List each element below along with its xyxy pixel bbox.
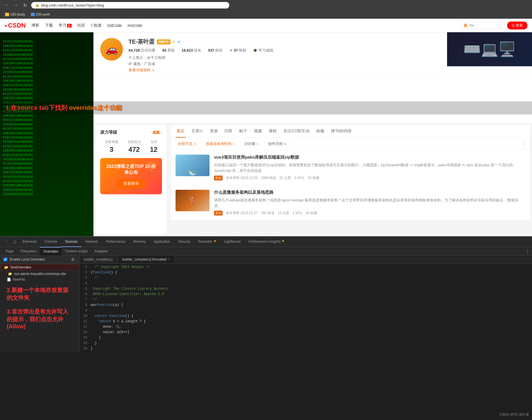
enable-overrides-checkbox[interactable]	[3, 257, 7, 261]
devtools-subtab-more[interactable]: ⋮	[525, 248, 530, 254]
devtools-tab-performance-insights[interactable]: Performance insights ⚑	[245, 237, 289, 247]
search-button[interactable]: Q 搜索	[507, 22, 527, 29]
code-line: 12 done: !1,	[79, 324, 532, 330]
editor-tab-formatted[interactable]: bubble_compiled.js:formatted ×	[118, 255, 175, 263]
article-tabs: 最近 文章83 资源 问答 帖子 视频 课程 关注/订阅/互动 收藏 搜TA的内…	[171, 125, 530, 138]
filter-by-date[interactable]: 按最后发布时间↑↓	[204, 140, 238, 148]
devtools-tab-sources[interactable]: Sources	[61, 237, 82, 247]
devtools-subtab-overrides[interactable]: Overrides	[40, 247, 61, 255]
csdn-logo[interactable]: ● CSDN	[5, 22, 26, 29]
code-line: 9	[79, 308, 532, 314]
profile-decoration: ⌨️💻🖥️	[447, 32, 532, 66]
filter-pagination: 1	[523, 142, 525, 146]
filter-by-visits[interactable]: 访问量↑↓	[242, 140, 261, 148]
forward-button[interactable]: →	[12, 1, 20, 9]
step3-area: 3.首次弹出是有允许写入的提示，我们点击允许(Allow)	[0, 306, 79, 332]
article-collects: 18 收藏	[305, 211, 317, 216]
new-file-label: NewFile	[13, 278, 25, 282]
nav-link-learn[interactable]: 学习新	[59, 23, 72, 28]
tab-search-ta[interactable]: 搜TA的内容	[330, 125, 353, 138]
month-score: 当月 12	[150, 140, 157, 153]
browser-chrome: ← → ↻ 🔒 blog.csdn.net/Bruce_taotao?type=…	[0, 0, 532, 19]
tab-articles[interactable]: 文章83	[190, 125, 204, 138]
stat-achievement: 🎓 学习成就	[253, 48, 273, 53]
article-views: 785 阅读	[261, 211, 274, 216]
editor-tab-close-icon[interactable]: ×	[168, 258, 170, 261]
devtools-subtab-filesystem[interactable]: Filesystem	[17, 247, 40, 255]
blog-year-button[interactable]: 查看榜单	[116, 179, 146, 189]
article-date: 发布博客 2023.12.27	[226, 211, 257, 216]
devtools-inspect-button[interactable]: ⋮	[2, 238, 11, 245]
address-bar[interactable]: 🔒 blog.csdn.net/Bruce_taotao?type=blog	[31, 2, 229, 8]
devtools-tab-security[interactable]: Security	[174, 237, 194, 247]
devtools-subtab-content-scripts[interactable]: Content scripts	[61, 247, 91, 255]
article-meta: 原创 发布博客 2023.12.27 785 阅读 15 点赞 1 评论 18 …	[214, 211, 525, 216]
nav-link-gitcode[interactable]: GitCode	[107, 23, 122, 28]
tab-recent[interactable]: 最近	[176, 125, 186, 138]
devtools-tab-console[interactable]: Console	[41, 237, 61, 247]
filter-row: 全部可见 ∨ 按最后发布时间↑↓ 访问量↑↓ 创作历程 ∨ 1	[171, 138, 530, 150]
achievement-link[interactable]: 成就 ›	[152, 130, 162, 135]
nav-link-community[interactable]: 社区	[77, 23, 85, 28]
article-collects: 18 收藏	[307, 176, 319, 180]
article-tag: 原创	[214, 211, 223, 216]
total-score: 当前总分 472	[127, 140, 141, 153]
article-thumbnail: 🦌	[176, 190, 210, 211]
tab-videos[interactable]: 视频	[253, 125, 263, 138]
devtools-tab-elements[interactable]: Elements	[19, 237, 41, 247]
overrides-settings-icon[interactable]: ⚙	[71, 257, 76, 262]
article-comments: 0 评论	[294, 176, 304, 180]
level-icon: 4	[173, 40, 175, 44]
article-item[interactable]: 🦌 什么是微服务架构以及落地思路 调用几个webapi就是微服务架构？或则是ng…	[171, 185, 530, 220]
tab-subscriptions[interactable]: 关注/订阅/互动	[282, 125, 311, 138]
refresh-button[interactable]: ↻	[21, 1, 29, 9]
test-overrides-folder[interactable]: 📂 TestOverrides	[1, 264, 78, 270]
nav-link-zhihu[interactable]: C知道	[91, 23, 102, 28]
search-input-display[interactable]: 🔥 file	[460, 22, 505, 29]
bookmark-study-label: 100-study	[10, 12, 25, 16]
devtools-tab-performance[interactable]: Performance	[102, 237, 129, 247]
subfolder-item[interactable]: 📁 vue-admin-beautiful.com/shop-vite	[0, 271, 79, 277]
devtools-device-button[interactable]: ◻	[11, 238, 19, 245]
left-panel: 原力等级 成就 › 当前等级 3 当前总分 472 当月 12 🏆	[96, 125, 166, 234]
article-body: 什么是微服务架构以及落地思路 调用几个webapi就是微服务架构？或则是ngni…	[214, 190, 525, 216]
code-line: 15 }	[79, 341, 532, 346]
nav-link-blog[interactable]: 博客	[31, 23, 39, 28]
step1-overlay: 1.在source tab下找到 overrides这个功能	[0, 101, 532, 114]
devtools-editor: bubble_compiled.js bubble_compiled.js:fo…	[79, 255, 532, 352]
devtools-tab-application[interactable]: Application	[149, 237, 174, 247]
article-desc: 外部接口返回一个图片数据是经过zip压缩的。前端需要把这个数据处理成可以显示的图…	[214, 162, 525, 173]
step2-area: 2.新建一个本地存放资源的文件夹	[0, 282, 79, 306]
devtools-subtab-page[interactable]: Page	[2, 247, 17, 255]
back-button[interactable]: ←	[3, 1, 11, 9]
subfolder-name: vue-admin-beautiful.com/shop-vite	[14, 272, 66, 276]
bookmark-study[interactable]: 100-study	[3, 12, 27, 17]
tab-courses[interactable]: 课程	[268, 125, 278, 138]
tab-qa[interactable]: 问答	[223, 125, 234, 138]
nav-link-download[interactable]: 下载	[45, 23, 53, 28]
tab-posts[interactable]: 帖子	[238, 125, 248, 138]
content-area: 原力等级 成就 › 当前等级 3 当前总分 472 当月 12 🏆	[93, 123, 532, 236]
profile-detail-link[interactable]: 查看详细资料 ∨	[129, 68, 525, 73]
devtools-subtab-snippets[interactable]: Snippets	[91, 247, 111, 255]
nav-link-inscode[interactable]: InsCode	[127, 23, 142, 28]
tab-resources[interactable]: 资源	[209, 125, 219, 138]
filter-history[interactable]: 创作历程 ∨	[266, 140, 289, 148]
step1-text: 1.在source tab下找到 overrides这个功能	[6, 104, 526, 112]
tab-favorites[interactable]: 收藏	[315, 125, 325, 138]
devtools-tab-network[interactable]: Network	[82, 237, 102, 247]
article-likes: 15 点赞	[278, 211, 289, 216]
bookmark-work[interactable]: 200-work	[29, 12, 52, 17]
article-item[interactable]: 🐋 vue3项目目使用pako库解压后端返回zip数据 外部接口返回一个图片数据…	[171, 150, 530, 185]
trophy-icon: 🏆	[145, 161, 159, 174]
editor-tab-compiled[interactable]: bubble_compiled.js	[79, 255, 118, 263]
filter-all[interactable]: 全部可见 ∨	[176, 140, 199, 148]
code-line: 17	[79, 351, 532, 352]
devtools-panel: ⋮ ◻ Elements Console Sources Network Per…	[0, 236, 532, 352]
devtools-tab-recorder[interactable]: Recorder ⚑	[194, 237, 220, 247]
devtools-tab-memory[interactable]: Memory	[129, 237, 149, 247]
code-line: 13 value: a[b++]	[79, 330, 532, 335]
nav-buttons: ← → ↻	[3, 1, 29, 9]
devtools-tab-lighthouse[interactable]: Lighthouse	[220, 237, 245, 247]
bookmark-work-label: 200-work	[36, 12, 50, 16]
